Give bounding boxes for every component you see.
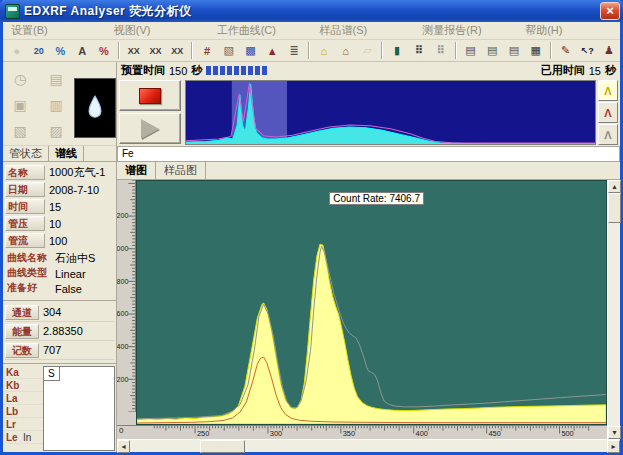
spectrum-chart-area: 20040060080010001200 Count Rate: 7406.7 … [117,180,620,452]
param-row-time: 时间 15 [5,198,114,215]
param-value: 2008-7-10 [45,184,99,196]
menu-bar: 设置(B) 视图(V) 工作曲线(C) 样品谱(S) 测量报告(R) 帮助(H) [3,22,620,40]
param-row-voltage: 管压 10 [5,215,114,232]
scroll-down-button[interactable]: ▾ [608,426,621,439]
stop-icon [139,88,161,104]
spectrum-yellow [137,244,606,424]
print-icon[interactable]: ▤ [461,41,481,60]
param-value: 石油中S [55,251,95,266]
spectrum-preview-plot[interactable] [186,81,595,144]
y-tick-label: 400 [117,343,128,351]
home-return-icon[interactable]: ⌂ [336,41,356,60]
tab-spectrum-chart[interactable]: 谱图 [117,162,156,179]
list-alt-icon[interactable]: ⠿ [431,41,451,60]
scale-lines-icon[interactable]: ≣ [284,41,304,60]
context-help-icon[interactable]: ↖? [577,41,597,60]
axis-origin-label: 0 [117,426,136,439]
selected-element-chip[interactable]: S [43,366,60,381]
status-ball-icon: ● [7,41,27,60]
vertical-scrollbar[interactable]: ▴ ▾ [607,180,620,439]
peak-gray-button[interactable]: Λ [598,124,618,145]
toolbar-separator [550,42,552,59]
param-row-date: 日期 2008-7-10 [5,181,114,198]
play-icon [141,119,159,139]
tab-sample-chart[interactable]: 样品图 [156,162,206,179]
menu-view[interactable]: 视图(V) [106,22,209,39]
tab-spectral-line[interactable]: 谱线 [49,146,84,161]
number-20-icon[interactable]: 20 [29,41,49,60]
x-tick-label: 400 [416,429,428,438]
scroll-right-button[interactable]: ▸ [607,440,620,453]
y-tick-label: 1000 [117,245,128,253]
toolbar-separator [118,42,120,59]
progress-segment [262,66,267,75]
sample-new-icon[interactable]: XX [124,41,144,60]
acquisition-row: ΛΛΛ [117,79,620,146]
param-value: Linear [55,268,86,280]
scroll-left-button[interactable]: ◂ [117,440,130,453]
sample-edit-icon[interactable]: XX [167,41,187,60]
toolbar: ●20%A%XXXXXX#▧▩▲≣⌂⌂▱▮⠿⠿▤▤▤▦✎↖?♟ [3,40,620,62]
close-button[interactable]: × [600,2,620,20]
y-tick-label: 1200 [117,212,128,220]
x-ruler-ticks [154,426,588,433]
calculator-icon[interactable]: ▦ [526,41,546,60]
horizontal-scrollbar[interactable]: ◂ ▸ [117,439,620,452]
line-value: In [23,432,39,443]
vertical-scroll-thumb[interactable] [608,193,621,223]
menu-measure-report[interactable]: 测量报告(R) [414,22,517,39]
exit-icon[interactable]: ♟ [599,41,619,60]
x-tick-label: 500 [561,429,573,438]
chart-view-icon[interactable]: ▩ [241,41,261,60]
help-book-icon[interactable]: ✎ [556,41,576,60]
spectrum-canvas[interactable] [137,181,606,424]
notebook-icon[interactable]: ▮ [387,41,407,60]
horizontal-scroll-thumb[interactable] [200,440,245,453]
list-icon[interactable]: ⠿ [409,41,429,60]
curve-info-table: 曲线名称 石油中S 曲线类型 Linear 准备好 False [3,249,116,296]
menu-working-curve[interactable]: 工作曲线(C) [209,22,312,39]
progress-segment [227,66,232,75]
print-preview-icon[interactable]: ▤ [504,41,524,60]
selected-elements-list[interactable]: S [43,366,115,451]
tab-tube-status[interactable]: 管状态 [3,146,49,161]
param-label: 通道 [5,305,39,320]
toolbar-separator [308,42,310,59]
menu-settings[interactable]: 设置(B) [3,22,106,39]
peak-red-button[interactable]: Λ [598,102,618,123]
percent-sub-icon[interactable]: % [94,41,114,60]
param-label: 记数 [5,343,39,358]
cursor-info-table: 通道 304 能量 2.88350 记数 707 [3,300,116,360]
font-style-icon[interactable]: A [72,41,92,60]
percent-square-icon[interactable]: % [51,41,71,60]
line-label: Lb [3,406,23,417]
element-indicator[interactable]: Fe [117,146,620,162]
sample-del-icon[interactable]: XX [146,41,166,60]
filter-icon: ▥ [42,92,70,117]
start-button[interactable] [119,113,181,144]
param-row-ready: 准备好 False [5,281,114,296]
param-label: 曲线类型 [5,266,55,281]
spectrum-preview[interactable] [185,80,596,145]
menu-sample-spectrum[interactable]: 样品谱(S) [311,22,414,39]
peak-triangle-icon[interactable]: ▲ [262,41,282,60]
region-select-icon[interactable]: ▧ [219,41,239,60]
print-setup-icon[interactable]: ▤ [482,41,502,60]
menu-help[interactable]: 帮助(H) [517,22,620,39]
preset-time-value: 150 [169,65,187,77]
main-area: ◷▤▣▥▧▨ 管状态 谱线 名称 1000充气-1 日期 2008-7-10 [3,62,620,452]
line-label: La [3,393,23,404]
param-label: 准备好 [5,281,55,296]
grid-icon[interactable]: # [197,41,217,60]
stop-button[interactable] [119,80,181,111]
vertical-scroll-track[interactable] [608,223,620,426]
peak-yellow-button[interactable]: Λ [598,80,618,101]
progress-segment [241,66,246,75]
tube-icon-grid: ◷▤▣▥▧▨ [6,66,70,143]
scroll-up-button[interactable]: ▴ [608,180,621,193]
home-icon[interactable]: ⌂ [314,41,334,60]
spectrum-plot[interactable]: Count Rate: 7406.7 [136,180,607,425]
sample-info-table: 名称 1000充气-1 日期 2008-7-10 时间 15 管压 10 管流 … [3,162,116,249]
line-label: Le [3,432,23,443]
clock-icon: ◷ [6,66,34,91]
